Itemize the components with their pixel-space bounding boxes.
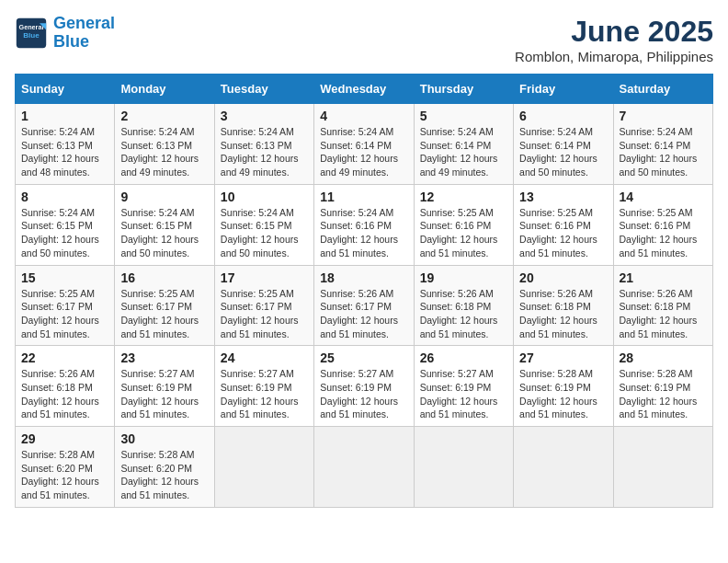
- day-info: Sunrise: 5:25 AMSunset: 6:16 PMDaylight:…: [420, 207, 498, 259]
- day-number: 25: [320, 350, 407, 365]
- header-saturday: Saturday: [613, 75, 712, 104]
- day-number: 16: [120, 270, 208, 285]
- calendar-week-3: 15Sunrise: 5:25 AMSunset: 6:17 PMDayligh…: [16, 265, 713, 346]
- calendar-cell-30: 30Sunrise: 5:28 AMSunset: 6:20 PMDayligh…: [115, 427, 214, 508]
- day-info: Sunrise: 5:24 AMSunset: 6:13 PMDaylight:…: [21, 126, 99, 178]
- calendar-cell-26: 26Sunrise: 5:27 AMSunset: 6:19 PMDayligh…: [414, 346, 513, 427]
- calendar-cell-3: 3Sunrise: 5:24 AMSunset: 6:13 PMDaylight…: [214, 104, 313, 185]
- calendar-cell-21: 21Sunrise: 5:26 AMSunset: 6:18 PMDayligh…: [613, 265, 712, 346]
- calendar-cell-27: 27Sunrise: 5:28 AMSunset: 6:19 PMDayligh…: [514, 346, 613, 427]
- day-number: 8: [21, 190, 108, 204]
- day-number: 13: [519, 190, 607, 204]
- calendar-week-5: 29Sunrise: 5:28 AMSunset: 6:20 PMDayligh…: [16, 427, 713, 508]
- day-number: 20: [519, 270, 607, 285]
- calendar-cell-13: 13Sunrise: 5:25 AMSunset: 6:16 PMDayligh…: [514, 184, 613, 265]
- calendar-cell-17: 17Sunrise: 5:25 AMSunset: 6:17 PMDayligh…: [214, 265, 313, 346]
- calendar-cell-11: 11Sunrise: 5:24 AMSunset: 6:16 PMDayligh…: [314, 184, 414, 265]
- calendar-cell-22: 22Sunrise: 5:26 AMSunset: 6:18 PMDayligh…: [16, 346, 115, 427]
- calendar-cell-12: 12Sunrise: 5:25 AMSunset: 6:16 PMDayligh…: [414, 184, 513, 265]
- day-info: Sunrise: 5:24 AMSunset: 6:15 PMDaylight:…: [221, 207, 299, 259]
- day-number: 28: [620, 350, 707, 365]
- day-number: 4: [320, 109, 407, 123]
- day-info: Sunrise: 5:26 AMSunset: 6:18 PMDaylight:…: [21, 368, 99, 419]
- day-info: Sunrise: 5:25 AMSunset: 6:16 PMDaylight:…: [620, 207, 698, 259]
- day-number: 30: [120, 431, 208, 446]
- day-info: Sunrise: 5:24 AMSunset: 6:13 PMDaylight:…: [221, 126, 299, 178]
- calendar-cell-empty: [214, 427, 313, 508]
- day-info: Sunrise: 5:25 AMSunset: 6:17 PMDaylight:…: [120, 288, 199, 339]
- day-number: 26: [420, 350, 507, 365]
- calendar-cell-24: 24Sunrise: 5:27 AMSunset: 6:19 PMDayligh…: [214, 346, 313, 427]
- day-number: 12: [420, 190, 507, 204]
- calendar-cell-5: 5Sunrise: 5:24 AMSunset: 6:14 PMDaylight…: [414, 104, 513, 185]
- header-monday: Monday: [115, 75, 214, 104]
- calendar-cell-10: 10Sunrise: 5:24 AMSunset: 6:15 PMDayligh…: [214, 184, 313, 265]
- day-number: 10: [221, 190, 308, 204]
- day-info: Sunrise: 5:24 AMSunset: 6:15 PMDaylight:…: [120, 207, 199, 259]
- calendar-table: SundayMondayTuesdayWednesdayThursdayFrid…: [15, 74, 713, 508]
- day-number: 15: [21, 270, 108, 285]
- calendar-cell-empty: [514, 427, 613, 508]
- month-year: June 2025: [515, 15, 713, 49]
- day-number: 17: [221, 270, 308, 285]
- calendar-cell-14: 14Sunrise: 5:25 AMSunset: 6:16 PMDayligh…: [613, 184, 712, 265]
- calendar-cell-6: 6Sunrise: 5:24 AMSunset: 6:14 PMDaylight…: [514, 104, 613, 185]
- logo-text: General Blue: [53, 15, 115, 52]
- day-number: 9: [120, 190, 208, 204]
- header-tuesday: Tuesday: [214, 75, 313, 104]
- day-number: 29: [21, 431, 108, 446]
- calendar-cell-empty: [613, 427, 712, 508]
- day-info: Sunrise: 5:24 AMSunset: 6:15 PMDaylight:…: [21, 207, 99, 259]
- svg-text:General: General: [19, 23, 44, 31]
- calendar-cell-20: 20Sunrise: 5:26 AMSunset: 6:18 PMDayligh…: [514, 265, 613, 346]
- day-info: Sunrise: 5:27 AMSunset: 6:19 PMDaylight:…: [120, 368, 199, 419]
- calendar-cell-2: 2Sunrise: 5:24 AMSunset: 6:13 PMDaylight…: [115, 104, 214, 185]
- day-info: Sunrise: 5:26 AMSunset: 6:18 PMDaylight:…: [420, 288, 498, 339]
- day-number: 1: [21, 109, 108, 123]
- header-friday: Friday: [514, 75, 613, 104]
- day-number: 22: [21, 350, 108, 365]
- day-number: 18: [320, 270, 407, 285]
- calendar-cell-7: 7Sunrise: 5:24 AMSunset: 6:14 PMDaylight…: [613, 104, 712, 185]
- calendar-cell-29: 29Sunrise: 5:28 AMSunset: 6:20 PMDayligh…: [16, 427, 115, 508]
- calendar-cell-empty: [314, 427, 414, 508]
- day-number: 24: [221, 350, 308, 365]
- calendar-week-2: 8Sunrise: 5:24 AMSunset: 6:15 PMDaylight…: [16, 184, 713, 265]
- day-info: Sunrise: 5:28 AMSunset: 6:19 PMDaylight:…: [620, 368, 698, 419]
- logo: General Blue General Blue: [15, 15, 115, 52]
- day-info: Sunrise: 5:24 AMSunset: 6:14 PMDaylight:…: [420, 126, 498, 178]
- calendar-header-row: SundayMondayTuesdayWednesdayThursdayFrid…: [16, 75, 713, 104]
- day-info: Sunrise: 5:28 AMSunset: 6:20 PMDaylight:…: [120, 449, 199, 500]
- header-sunday: Sunday: [16, 75, 115, 104]
- calendar-cell-8: 8Sunrise: 5:24 AMSunset: 6:15 PMDaylight…: [16, 184, 115, 265]
- day-number: 19: [420, 270, 507, 285]
- day-info: Sunrise: 5:25 AMSunset: 6:17 PMDaylight:…: [221, 288, 299, 339]
- day-number: 5: [420, 109, 507, 123]
- day-info: Sunrise: 5:26 AMSunset: 6:18 PMDaylight:…: [519, 288, 597, 339]
- calendar-cell-25: 25Sunrise: 5:27 AMSunset: 6:19 PMDayligh…: [314, 346, 414, 427]
- day-info: Sunrise: 5:27 AMSunset: 6:19 PMDaylight:…: [320, 368, 398, 419]
- svg-text:Blue: Blue: [23, 31, 40, 40]
- day-info: Sunrise: 5:24 AMSunset: 6:14 PMDaylight:…: [620, 126, 698, 178]
- header-wednesday: Wednesday: [314, 75, 414, 104]
- logo-icon: General Blue: [15, 17, 48, 50]
- day-info: Sunrise: 5:25 AMSunset: 6:17 PMDaylight:…: [21, 288, 99, 339]
- calendar-cell-19: 19Sunrise: 5:26 AMSunset: 6:18 PMDayligh…: [414, 265, 513, 346]
- day-number: 2: [120, 109, 208, 123]
- day-info: Sunrise: 5:24 AMSunset: 6:16 PMDaylight:…: [320, 207, 398, 259]
- header-thursday: Thursday: [414, 75, 513, 104]
- page-header: General Blue General Blue June 2025 Romb…: [15, 15, 713, 64]
- calendar-week-1: 1Sunrise: 5:24 AMSunset: 6:13 PMDaylight…: [16, 104, 713, 185]
- day-info: Sunrise: 5:25 AMSunset: 6:16 PMDaylight:…: [519, 207, 597, 259]
- day-info: Sunrise: 5:28 AMSunset: 6:19 PMDaylight:…: [519, 368, 597, 419]
- day-info: Sunrise: 5:24 AMSunset: 6:14 PMDaylight:…: [320, 126, 398, 178]
- calendar-cell-1: 1Sunrise: 5:24 AMSunset: 6:13 PMDaylight…: [16, 104, 115, 185]
- day-number: 7: [620, 109, 707, 123]
- calendar-cell-15: 15Sunrise: 5:25 AMSunset: 6:17 PMDayligh…: [16, 265, 115, 346]
- calendar-cell-16: 16Sunrise: 5:25 AMSunset: 6:17 PMDayligh…: [115, 265, 214, 346]
- day-number: 6: [519, 109, 607, 123]
- day-info: Sunrise: 5:27 AMSunset: 6:19 PMDaylight:…: [221, 368, 299, 419]
- calendar-cell-18: 18Sunrise: 5:26 AMSunset: 6:17 PMDayligh…: [314, 265, 414, 346]
- day-info: Sunrise: 5:26 AMSunset: 6:18 PMDaylight:…: [620, 288, 698, 339]
- day-number: 27: [519, 350, 607, 365]
